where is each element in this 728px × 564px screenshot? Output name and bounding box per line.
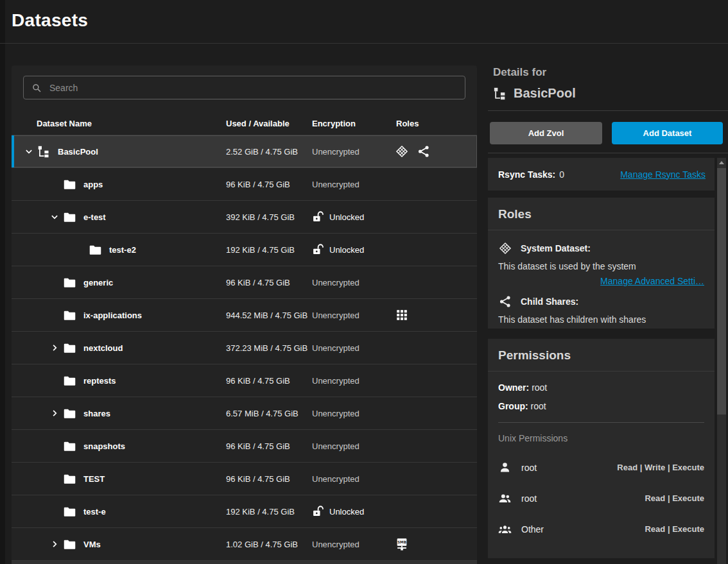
folder-icon <box>63 341 76 355</box>
child-shares-description: This dataset has children with shares <box>498 314 704 325</box>
used-available-value: 192 KiB / 4.75 GiB <box>226 506 295 517</box>
used-available-value: 372.23 MiB / 4.75 GiB <box>226 343 308 354</box>
used-available-value: 96 KiB / 4.75 GiB <box>226 441 290 452</box>
encryption-cell: Unencrypted <box>312 299 393 331</box>
encryption-cell: Unencrypted <box>312 168 393 200</box>
folder-icon <box>63 309 76 322</box>
folder-icon <box>89 243 102 257</box>
dataset-name: test-e <box>83 507 106 517</box>
dataset-row-snapshots[interactable]: snapshots96 KiB / 4.75 GiBUnencrypted <box>12 429 477 462</box>
owner-line: Owner: root <box>498 382 704 393</box>
permission-entry-name: Other <box>521 524 544 534</box>
scrollbar-thumb[interactable] <box>717 168 726 414</box>
dataset-row-BasicPool[interactable]: BasicPool2.52 GiB / 4.75 GiBUnencrypted <box>12 135 477 167</box>
dataset-name-cell: reptests <box>12 364 258 397</box>
dataset-row-TEST[interactable]: TEST96 KiB / 4.75 GiBUnencrypted <box>12 462 477 495</box>
used-available-cell: 96 KiB / 4.75 GiB <box>226 463 309 495</box>
expander-spacer <box>46 177 63 191</box>
encryption-cell: Unencrypted <box>312 430 393 462</box>
encryption-cell: Unencrypted <box>312 364 393 397</box>
details-dataset-name: BasicPool <box>514 86 576 101</box>
dataset-name-cell: VMs <box>12 528 258 560</box>
datasets-table-panel: Dataset Name Used / Available Encryption… <box>12 65 477 564</box>
encryption-status: Unencrypted <box>312 278 360 287</box>
dataset-name-cell: snapshots <box>12 430 258 462</box>
manage-rsync-tasks-link[interactable]: Manage Rsync Tasks <box>620 169 706 180</box>
dataset-row-apps[interactable]: apps96 KiB / 4.75 GiBUnencrypted <box>12 167 477 200</box>
expand-toggle-icon[interactable] <box>46 537 63 551</box>
details-scrollbar[interactable] <box>717 158 726 564</box>
dataset-name: shares <box>83 409 110 418</box>
add-dataset-button[interactable]: Add Dataset <box>612 122 723 144</box>
dataset-row-test-e[interactable]: test-e192 KiB / 4.75 GiBUnlocked <box>12 495 477 527</box>
dataset-row-VMs[interactable]: VMs1.02 GiB / 4.75 GiBUnencryptedSMB <box>12 527 477 560</box>
system-dataset-icon <box>395 144 409 158</box>
encryption-status: Unencrypted <box>312 540 360 549</box>
dataset-name: nextcloud <box>83 343 123 353</box>
used-available-cell: 944.52 MiB / 4.75 GiB <box>226 299 309 331</box>
other-icon <box>498 522 512 536</box>
svg-text:SMB: SMB <box>397 540 406 544</box>
used-available-cell: 96 KiB / 4.75 GiB <box>226 430 309 462</box>
manage-advanced-settings-link[interactable]: Manage Advanced Setti… <box>600 276 704 286</box>
permissions-card: Permissions Owner: root Group: root Unix… <box>488 339 715 558</box>
roles-cell <box>395 495 476 527</box>
expander-spacer <box>46 373 63 388</box>
expander-spacer <box>46 439 63 453</box>
dataset-tree-icon <box>493 87 507 101</box>
dataset-name: VMs <box>83 540 101 549</box>
dataset-row-e-test[interactable]: e-test392 KiB / 4.75 GiBUnlocked <box>12 200 477 233</box>
folder-icon <box>63 276 76 289</box>
used-available-cell: 96 KiB / 4.75 GiB <box>226 266 309 298</box>
roles-cell <box>395 201 476 233</box>
dataset-row-generic[interactable]: generic96 KiB / 4.75 GiBUnencrypted <box>12 266 477 298</box>
roles-cell <box>395 266 476 298</box>
expand-toggle-icon[interactable] <box>46 341 63 355</box>
folder-icon <box>63 472 76 486</box>
expand-toggle-icon[interactable] <box>46 406 63 420</box>
partial-next-row <box>12 560 477 564</box>
encryption-status: Unencrypted <box>312 180 360 189</box>
child-shares-role: Child Shares: <box>498 295 704 309</box>
encryption-cell: Unencrypted <box>312 397 393 429</box>
expander-spacer <box>46 504 63 518</box>
dataset-row-ix-applications[interactable]: ix-applications944.52 MiB / 4.75 GiBUnen… <box>12 298 477 331</box>
collapse-toggle-icon[interactable] <box>46 210 63 224</box>
dataset-name-cell: test-e <box>12 495 258 527</box>
dataset-row-nextcloud[interactable]: nextcloud372.23 MiB / 4.75 GiBUnencrypte… <box>12 331 477 364</box>
search-box[interactable] <box>23 76 465 99</box>
unix-permission-entry: OtherRead | Execute <box>498 522 704 536</box>
encryption-cell: Unencrypted <box>312 135 393 167</box>
used-available-value: 2.52 GiB / 4.75 GiB <box>226 146 298 157</box>
encryption-status: Unencrypted <box>312 474 360 484</box>
encryption-cell: Unlocked <box>312 495 393 527</box>
search-input[interactable] <box>48 82 458 94</box>
roles-card: Roles System Dataset: This dataset is us… <box>488 198 715 329</box>
encryption-status: Unencrypted <box>312 441 360 451</box>
owner-label: Owner: <box>498 382 529 393</box>
roles-cell <box>395 168 476 200</box>
column-header-roles: Roles <box>396 119 419 128</box>
search-wrap <box>12 65 477 99</box>
encryption-status: Unencrypted <box>312 376 360 386</box>
folder-icon <box>63 374 76 388</box>
user-icon <box>498 461 512 474</box>
unlocked-icon <box>312 505 325 518</box>
dataset-name-cell: ix-applications <box>12 299 258 331</box>
add-zvol-button[interactable]: Add Zvol <box>490 122 602 144</box>
datasets-page: Datasets Dataset Name Used / Available E… <box>0 0 728 564</box>
dataset-row-test-e2[interactable]: test-e2192 KiB / 4.75 GiBUnlocked <box>12 233 477 266</box>
scrollbar-up-arrow-icon[interactable] <box>717 158 726 167</box>
system-dataset-label: System Dataset: <box>521 243 591 253</box>
dataset-name-cell: generic <box>12 266 258 298</box>
dataset-row-shares[interactable]: shares6.57 MiB / 4.75 GiBUnencrypted <box>12 397 477 429</box>
expander-spacer <box>46 275 63 289</box>
group-line: Group: root <box>498 401 704 411</box>
share-icon <box>417 144 431 158</box>
used-available-value: 96 KiB / 4.75 GiB <box>226 277 290 288</box>
dataset-name-cell: apps <box>12 168 258 200</box>
collapse-toggle-icon[interactable] <box>21 144 37 158</box>
dataset-row-reptests[interactable]: reptests96 KiB / 4.75 GiBUnencrypted <box>12 364 477 397</box>
left-edge-strip <box>0 0 5 564</box>
details-divider <box>488 110 728 111</box>
